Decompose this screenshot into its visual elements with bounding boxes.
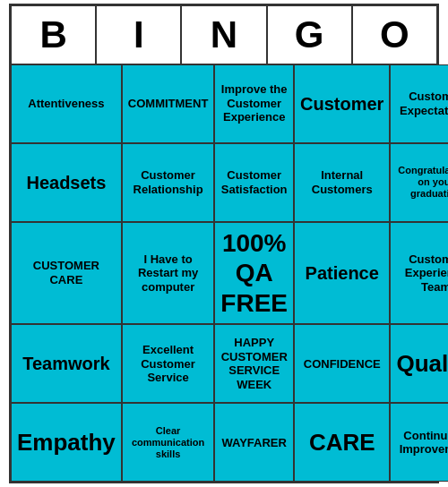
bingo-cell-23[interactable]: CARE xyxy=(294,403,390,482)
letter-g: G xyxy=(267,5,352,64)
bingo-cell-7[interactable]: Customer Satisfaction xyxy=(214,143,294,222)
bingo-grid: AttentivenessCOMMITMENTImprove the Custo… xyxy=(11,64,437,483)
bingo-cell-19[interactable]: Quality xyxy=(390,324,448,403)
letter-n: N xyxy=(181,5,266,64)
bingo-cell-4[interactable]: Customer Expectations xyxy=(390,64,448,143)
letter-o: O xyxy=(352,5,437,64)
bingo-cell-11[interactable]: I Have to Restart my computer xyxy=(122,222,215,325)
bingo-cell-2[interactable]: Improve the Customer Experience xyxy=(214,64,294,143)
bingo-cell-13[interactable]: Patience xyxy=(294,222,390,325)
letter-b: B xyxy=(11,5,96,64)
bingo-cell-18[interactable]: CONFIDENCE xyxy=(294,324,390,403)
bingo-cell-0[interactable]: Attentiveness xyxy=(11,64,122,143)
bingo-cell-14[interactable]: Customer Experience Team xyxy=(390,222,448,325)
bingo-cell-17[interactable]: HAPPY CUSTOMER SERVICE WEEK xyxy=(214,324,294,403)
bingo-cell-24[interactable]: Continuous Improvement xyxy=(390,403,448,482)
letter-i: I xyxy=(96,5,181,64)
bingo-cell-5[interactable]: Headsets xyxy=(11,143,122,222)
bingo-cell-22[interactable]: WAYFARER xyxy=(214,403,294,482)
bingo-cell-1[interactable]: COMMITMENT xyxy=(122,64,215,143)
bingo-cell-10[interactable]: CUSTOMER CARE xyxy=(11,222,122,325)
bingo-cell-8[interactable]: Internal Customers xyxy=(294,143,390,222)
bingo-cell-6[interactable]: Customer Relationship xyxy=(122,143,215,222)
bingo-cell-15[interactable]: Teamwork xyxy=(11,324,122,403)
bingo-cell-16[interactable]: Excellent Customer Service xyxy=(122,324,215,403)
bingo-cell-20[interactable]: Empathy xyxy=(11,403,122,482)
bingo-card: B I N G O AttentivenessCOMMITMENTImprove… xyxy=(9,4,439,484)
bingo-cell-3[interactable]: Customer xyxy=(294,64,390,143)
bingo-cell-12[interactable]: 100% QA FREE xyxy=(214,222,294,325)
bingo-cell-21[interactable]: Clear communication skills xyxy=(122,403,215,482)
bingo-cell-9[interactable]: Congratulations on your graduation xyxy=(390,143,448,222)
bingo-header: B I N G O xyxy=(11,5,437,64)
